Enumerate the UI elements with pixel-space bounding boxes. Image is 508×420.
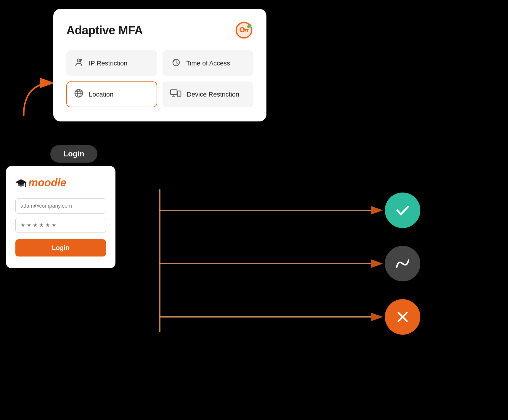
outcome-mfa: [385, 246, 420, 281]
svg-rect-19: [171, 90, 177, 94]
login-badge: Login: [50, 145, 97, 163]
deny-icon: [394, 308, 411, 326]
mfa-item-time-of-access[interactable]: 24 Time of Access: [163, 50, 253, 76]
moodle-logo: moodle: [15, 177, 106, 189]
mfa-icon: [394, 255, 411, 272]
svg-point-23: [179, 95, 179, 96]
login-button[interactable]: Login: [15, 239, 106, 257]
svg-line-13: [176, 62, 178, 63]
outcome-check: [385, 193, 420, 228]
svg-rect-25: [25, 182, 26, 186]
mfa-card: Adaptive MFA: [53, 9, 266, 121]
check-icon: [394, 201, 411, 219]
email-input[interactable]: [15, 198, 106, 214]
time-of-access-icon: 24: [170, 57, 181, 69]
mfa-item-time-of-access-label: Time of Access: [186, 60, 230, 67]
svg-point-26: [25, 186, 26, 187]
mfa-card-header: Adaptive MFA: [66, 21, 253, 40]
login-card: moodle Login: [6, 166, 115, 268]
outcome-deny: [385, 299, 420, 335]
ip-restriction-icon: [74, 57, 83, 69]
mfa-grid: IP Restriction 24 Time of Access: [66, 50, 253, 107]
mfa-logo-icon: [234, 21, 253, 40]
mfa-item-ip-restriction[interactable]: IP Restriction: [66, 50, 157, 76]
location-icon: [74, 89, 83, 100]
mfa-item-device-restriction-label: Device Restriction: [187, 91, 239, 98]
mfa-item-ip-restriction-label: IP Restriction: [89, 60, 127, 67]
password-input[interactable]: [15, 218, 106, 233]
mfa-item-location[interactable]: Location: [66, 81, 157, 107]
mfa-item-device-restriction[interactable]: Device Restriction: [163, 81, 253, 107]
mfa-item-location-label: Location: [89, 91, 113, 98]
moodle-logo-text: moodle: [28, 177, 66, 189]
mfa-title: Adaptive MFA: [66, 24, 143, 37]
device-restriction-icon: [170, 89, 181, 100]
svg-text:24: 24: [173, 59, 176, 62]
graduation-cap-icon: [15, 178, 27, 187]
